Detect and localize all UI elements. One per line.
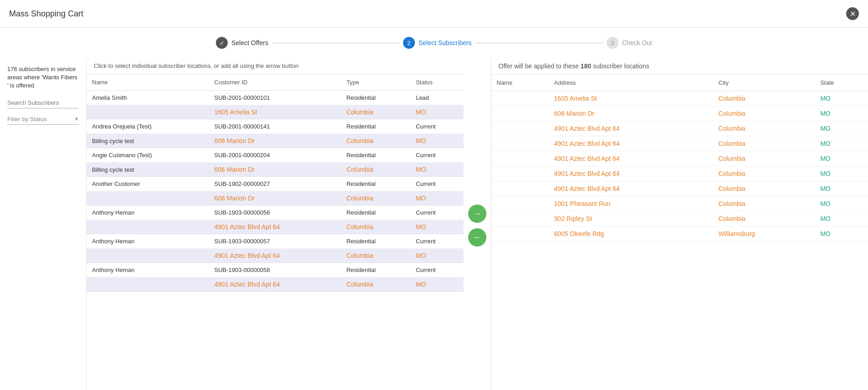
- right-state: MO: [815, 166, 868, 181]
- right-name: [491, 181, 549, 196]
- right-city: Columbia: [713, 196, 815, 211]
- right-state: MO: [815, 136, 868, 151]
- right-name: [491, 166, 549, 181]
- right-state: MO: [815, 106, 868, 121]
- right-col-city: City: [713, 75, 815, 91]
- table-row[interactable]: 4901 Aztec Blvd Apt 64 Columbia MO: [491, 151, 868, 166]
- subscriber-row[interactable]: Anthony Heman SUB-1903-00000056 Resident…: [87, 205, 464, 220]
- location-address: 4901 Aztec Blvd Apt 64: [209, 249, 341, 263]
- table-row[interactable]: 4901 Aztec Blvd Apt 64 Columbia MO: [491, 166, 868, 181]
- subscribers-table: Name Customer ID Type Status Amelia Smit…: [87, 74, 464, 292]
- location-row[interactable]: 4901 Aztec Blvd Apt 64 Columbia MO: [87, 277, 464, 292]
- subscriber-status: Current: [410, 234, 463, 249]
- arrow-panel: → ←: [464, 58, 491, 390]
- step-select-subscribers: 2 Select Subscribers: [403, 37, 472, 49]
- subscriber-row[interactable]: Another Customer SUB-1902-00000027 Resid…: [87, 177, 464, 191]
- sidebar-info: 176 subscribers in service areas where '…: [7, 65, 79, 90]
- add-to-right-button[interactable]: →: [468, 205, 486, 223]
- table-row[interactable]: 302 Ripley St Columbia MO: [491, 211, 868, 226]
- location-label: [87, 105, 209, 119]
- left-table-wrapper: Name Customer ID Type Status Amelia Smit…: [87, 74, 464, 390]
- location-state: MO: [410, 163, 463, 177]
- search-input[interactable]: [7, 98, 79, 108]
- location-row[interactable]: Billing cycle test 606 Marion Dr Columbi…: [87, 134, 464, 148]
- right-state: MO: [815, 91, 868, 106]
- subscriber-type: Residential: [341, 119, 411, 134]
- subscriber-status: Current: [410, 177, 463, 191]
- location-row[interactable]: 1605 Amelia St Columbia MO: [87, 105, 464, 119]
- table-row[interactable]: 6005 Okeefe Rdg Williamsburg MO: [491, 226, 868, 241]
- stepper: ✓ Select Offers 2 Select Subscribers 3 C…: [0, 28, 868, 58]
- right-city: Williamsburg: [713, 226, 815, 241]
- remove-from-right-button[interactable]: ←: [468, 228, 486, 246]
- right-name: [491, 196, 549, 211]
- close-button[interactable]: ✕: [846, 7, 859, 20]
- table-row[interactable]: 606 Marion Dr Columbia MO: [491, 106, 868, 121]
- location-city: Columbia: [341, 220, 411, 234]
- table-row[interactable]: 1605 Amelia St Columbia MO: [491, 91, 868, 106]
- subscriber-name: Angie Cusimano (Test): [87, 148, 209, 163]
- subscriber-status: Current: [410, 148, 463, 163]
- location-state: MO: [410, 191, 463, 205]
- subscriber-row[interactable]: Anthony Heman SUB-1903-00000058 Resident…: [87, 263, 464, 277]
- location-row[interactable]: 606 Marion Dr Columbia MO: [87, 191, 464, 205]
- right-address: 4901 Aztec Blvd Apt 64: [549, 121, 713, 136]
- right-address: 1001 Pheasant Run: [549, 196, 713, 211]
- left-table-scroll[interactable]: Name Customer ID Type Status Amelia Smit…: [87, 74, 464, 390]
- right-state: MO: [815, 151, 868, 166]
- right-name: [491, 106, 549, 121]
- subscriber-type: Residential: [341, 91, 411, 105]
- table-row[interactable]: 4901 Aztec Blvd Apt 64 Columbia MO: [491, 181, 868, 196]
- subscriber-row[interactable]: Anthony Heman SUB-1903-00000057 Resident…: [87, 234, 464, 249]
- location-city: Columbia: [341, 134, 411, 148]
- right-city: Columbia: [713, 166, 815, 181]
- right-panel: Offer will be applied to these 180 subsc…: [491, 58, 868, 390]
- col-status: Status: [410, 74, 463, 91]
- subscriber-name: Anthony Heman: [87, 263, 209, 277]
- right-table-scroll[interactable]: Name Address City State 1605 Amelia St C…: [491, 75, 868, 390]
- filter-dropdown[interactable]: Filter by Status Current Lead: [7, 114, 79, 125]
- subscriber-row[interactable]: Angie Cusimano (Test) SUB-2001-00000204 …: [87, 148, 464, 163]
- subscriber-status: Lead: [410, 91, 463, 105]
- location-address: 606 Marion Dr: [209, 191, 341, 205]
- subscriber-id: SUB-2001-00000101: [209, 91, 341, 105]
- right-name: [491, 136, 549, 151]
- left-panel-description: Click to select individual subscriber lo…: [87, 58, 464, 74]
- subscriber-status: Current: [410, 119, 463, 134]
- col-name: Name: [87, 74, 209, 91]
- table-header: Name Customer ID Type Status: [87, 74, 464, 91]
- right-city: Columbia: [713, 121, 815, 136]
- location-row[interactable]: Billing cycle test 606 Marion Dr Columbi…: [87, 163, 464, 177]
- subscriber-type: Residential: [341, 177, 411, 191]
- location-city: Columbia: [341, 105, 411, 119]
- right-table-wrapper: Name Address City State 1605 Amelia St C…: [491, 75, 868, 390]
- table-row[interactable]: 4901 Aztec Blvd Apt 64 Columbia MO: [491, 121, 868, 136]
- location-state: MO: [410, 220, 463, 234]
- right-col-name: Name: [491, 75, 549, 91]
- table-row[interactable]: 4901 Aztec Blvd Apt 64 Columbia MO: [491, 136, 868, 151]
- location-state: MO: [410, 249, 463, 263]
- step-select-offers: ✓ Select Offers: [216, 37, 268, 49]
- table-row[interactable]: 1001 Pheasant Run Columbia MO: [491, 196, 868, 211]
- location-row[interactable]: 4901 Aztec Blvd Apt 64 Columbia MO: [87, 220, 464, 234]
- right-desc-suffix: subscriber locations: [591, 62, 649, 70]
- subscriber-status: Current: [410, 205, 463, 220]
- right-city: Columbia: [713, 151, 815, 166]
- subscriber-row[interactable]: Amelia Smith SUB-2001-00000101 Residenti…: [87, 91, 464, 105]
- right-address: 4901 Aztec Blvd Apt 64: [549, 166, 713, 181]
- subscriber-name: Anthony Heman: [87, 205, 209, 220]
- right-address: 302 Ripley St: [549, 211, 713, 226]
- page-title: Mass Shopping Cart: [9, 9, 83, 19]
- right-header-row: Name Address City State: [491, 75, 868, 91]
- subscriber-row[interactable]: Andrea Orejuela (Test) SUB-2001-00000141…: [87, 119, 464, 134]
- right-address: 4901 Aztec Blvd Apt 64: [549, 151, 713, 166]
- right-address: 606 Marion Dr: [549, 106, 713, 121]
- col-type: Type: [341, 74, 411, 91]
- subscriber-id: SUB-1903-00000058: [209, 263, 341, 277]
- location-row[interactable]: 4901 Aztec Blvd Apt 64 Columbia MO: [87, 249, 464, 263]
- right-city: Columbia: [713, 106, 815, 121]
- subscriber-type: Residential: [341, 205, 411, 220]
- location-state: MO: [410, 277, 463, 292]
- subscriber-id: SUB-2001-00000141: [209, 119, 341, 134]
- step-label-1: Select Offers: [231, 39, 268, 46]
